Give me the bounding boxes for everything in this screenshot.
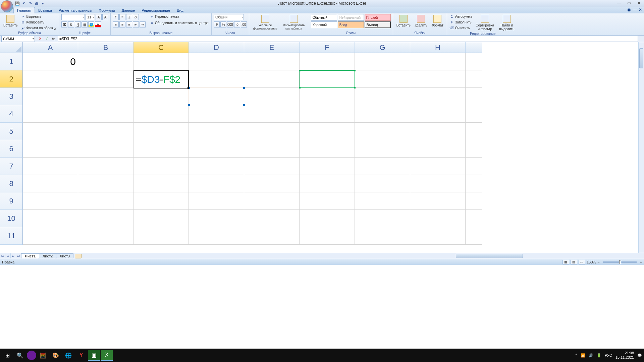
cell[interactable] bbox=[23, 105, 78, 123]
italic-button[interactable]: К bbox=[68, 21, 74, 27]
cell[interactable] bbox=[244, 227, 300, 245]
conditional-format-button[interactable]: Условное форматирование bbox=[251, 14, 279, 31]
cell[interactable] bbox=[78, 227, 133, 245]
cell[interactable] bbox=[189, 192, 244, 210]
font-name-combo[interactable] bbox=[61, 14, 85, 20]
cell[interactable] bbox=[300, 227, 355, 245]
start-button[interactable]: ⊞ bbox=[1, 350, 13, 361]
cell-H1[interactable] bbox=[410, 53, 466, 70]
cell-B1[interactable] bbox=[78, 53, 133, 70]
name-box[interactable]: СУММ bbox=[1, 36, 35, 42]
cell[interactable] bbox=[133, 140, 189, 158]
cell[interactable] bbox=[78, 123, 133, 140]
cell[interactable] bbox=[133, 175, 189, 192]
cell[interactable] bbox=[410, 210, 466, 227]
col-header-A[interactable]: A bbox=[23, 42, 78, 53]
cell[interactable] bbox=[23, 227, 78, 245]
cell[interactable] bbox=[355, 140, 410, 158]
cell[interactable] bbox=[355, 105, 410, 123]
indent-dec-button[interactable]: ⇤ bbox=[133, 21, 139, 27]
cell[interactable] bbox=[189, 88, 244, 105]
paste-button[interactable]: Вставить bbox=[2, 14, 19, 28]
search-button[interactable]: 🔍 bbox=[14, 350, 26, 361]
cell[interactable] bbox=[244, 192, 300, 210]
cell[interactable] bbox=[244, 88, 300, 105]
cell[interactable] bbox=[466, 140, 482, 158]
cell[interactable] bbox=[466, 70, 482, 88]
sheet-nav-next[interactable]: ▸ bbox=[11, 253, 16, 258]
cell[interactable] bbox=[23, 140, 78, 158]
tray-notifications-icon[interactable]: 💬 bbox=[637, 353, 642, 358]
cell[interactable] bbox=[133, 158, 189, 175]
format-cells-button[interactable]: Формат bbox=[430, 14, 445, 28]
cell[interactable] bbox=[189, 227, 244, 245]
cell[interactable] bbox=[355, 88, 410, 105]
zoom-out-button[interactable]: − bbox=[597, 260, 599, 264]
sort-filter-button[interactable]: Сортировка и фильтр bbox=[474, 14, 496, 32]
cell[interactable] bbox=[466, 227, 482, 245]
cell[interactable] bbox=[244, 123, 300, 140]
cell-I1[interactable] bbox=[466, 53, 482, 70]
orientation-button[interactable]: ⟳ bbox=[133, 14, 139, 20]
grow-font-button[interactable]: A bbox=[96, 14, 102, 20]
tab-insert[interactable]: Вставка bbox=[35, 7, 55, 13]
zoom-knob[interactable] bbox=[619, 260, 621, 264]
cell[interactable] bbox=[78, 70, 133, 88]
cell[interactable] bbox=[133, 105, 189, 123]
cell[interactable] bbox=[355, 175, 410, 192]
cell[interactable] bbox=[410, 227, 466, 245]
col-header-E[interactable]: E bbox=[244, 42, 300, 53]
taskbar-calculator[interactable]: 🧮 bbox=[37, 350, 49, 361]
sheet-nav-first[interactable]: I◂ bbox=[0, 253, 5, 258]
cell[interactable] bbox=[300, 175, 355, 192]
vertical-scrollbar[interactable] bbox=[638, 42, 644, 253]
style-bad[interactable]: Плохой bbox=[365, 14, 391, 21]
cell[interactable] bbox=[23, 210, 78, 227]
delete-cells-button[interactable]: Удалить bbox=[413, 14, 429, 28]
row-header-3[interactable]: 3 bbox=[0, 88, 23, 105]
cell[interactable] bbox=[23, 158, 78, 175]
cell[interactable] bbox=[244, 175, 300, 192]
cell[interactable] bbox=[300, 105, 355, 123]
cell[interactable] bbox=[133, 210, 189, 227]
format-painter-button[interactable]: 🖌Формат по образцу bbox=[20, 25, 57, 31]
cells-area[interactable]: 0 // rows 2..11 empty generated below af… bbox=[23, 53, 644, 253]
style-normal[interactable]: Обычный bbox=[311, 14, 337, 21]
tray-volume-icon[interactable]: 🔊 bbox=[589, 353, 593, 358]
align-left-button[interactable]: ≡ bbox=[113, 21, 119, 27]
format-table-button[interactable]: Форматировать как таблицу bbox=[281, 14, 307, 31]
insert-cells-button[interactable]: Вставить bbox=[395, 14, 412, 28]
col-header-G[interactable]: G bbox=[355, 42, 410, 53]
number-format-combo[interactable]: Общий bbox=[214, 14, 244, 20]
cell[interactable] bbox=[300, 88, 355, 105]
align-bottom-button[interactable]: ⤓ bbox=[126, 14, 132, 20]
horizontal-scrollbar[interactable] bbox=[450, 253, 638, 258]
cell[interactable] bbox=[244, 210, 300, 227]
cell[interactable] bbox=[466, 105, 482, 123]
taskbar-yandex[interactable]: Y bbox=[75, 350, 87, 361]
cell[interactable] bbox=[133, 227, 189, 245]
copy-button[interactable]: ⧉Копировать bbox=[20, 20, 57, 25]
cell[interactable] bbox=[355, 70, 410, 88]
cell[interactable] bbox=[189, 210, 244, 227]
cell[interactable] bbox=[466, 88, 482, 105]
taskbar-paint[interactable]: 🎨 bbox=[50, 350, 62, 361]
tray-wifi-icon[interactable]: 📶 bbox=[581, 353, 585, 358]
cell-G1[interactable] bbox=[355, 53, 410, 70]
taskbar-pycharm[interactable]: ▣ bbox=[88, 350, 100, 361]
font-color-button[interactable]: A bbox=[95, 21, 101, 27]
sheet-nav-prev[interactable]: ◂ bbox=[5, 253, 11, 258]
row-header-1[interactable]: 1 bbox=[0, 53, 23, 70]
cell[interactable] bbox=[410, 140, 466, 158]
cell-D1[interactable] bbox=[189, 53, 244, 70]
cell[interactable] bbox=[410, 123, 466, 140]
style-neutral[interactable]: Нейтральный bbox=[338, 14, 364, 21]
align-middle-button[interactable]: ≡ bbox=[119, 14, 125, 20]
cell[interactable] bbox=[355, 192, 410, 210]
cell[interactable] bbox=[78, 210, 133, 227]
clear-button[interactable]: ⌫Очистить bbox=[449, 25, 473, 31]
cell[interactable] bbox=[355, 123, 410, 140]
inc-decimal-button[interactable]: ,0 bbox=[234, 21, 240, 27]
cell[interactable] bbox=[410, 192, 466, 210]
cell[interactable] bbox=[23, 123, 78, 140]
